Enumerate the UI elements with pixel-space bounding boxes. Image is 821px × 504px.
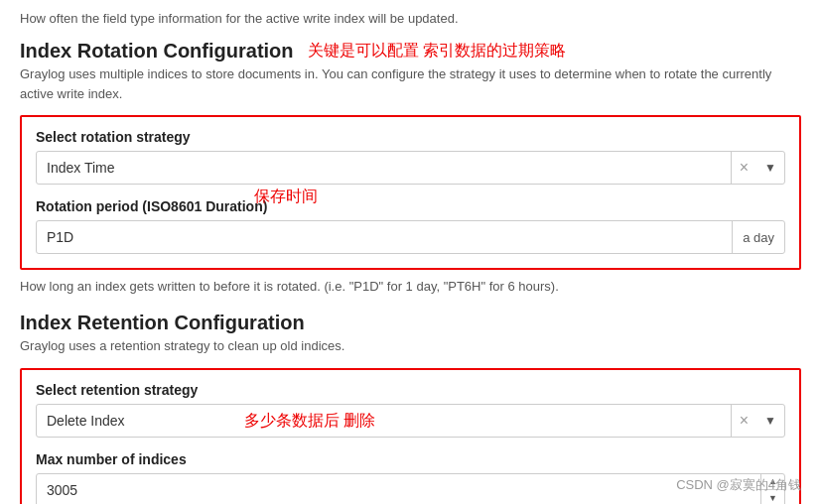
retention-select-clear[interactable]: × [732,404,756,438]
rotation-select-chevron[interactable]: ▼ [756,151,784,185]
rotation-section-desc: Graylog uses multiple indices to store d… [20,64,801,103]
retention-section-title: Index Retention Configuration [20,312,801,334]
rotation-select-clear[interactable]: × [732,151,756,185]
rotation-period-input[interactable] [37,220,732,254]
rotation-section-title: Index Rotation Configuration 关键是可以配置 索引数… [20,40,801,63]
retention-title-text: Index Retention Configuration [20,312,305,334]
rotation-period-suffix: a day [732,221,784,253]
period-annotation: 保存时间 [254,187,318,207]
retention-section-desc: Graylog uses a retention strategy to cle… [20,336,801,356]
rotation-strategy-select[interactable]: Index Time × ▼ [36,151,785,185]
retention-select-label: Select retention strategy [36,382,785,398]
rotation-period-label: Rotation period (ISO8601 Duration) [36,198,785,214]
rotation-annotation: 关键是可以配置 索引数据的过期策略 [308,41,566,62]
rotation-config-box: Select rotation strategy Index Time × ▼ … [20,115,801,270]
retention-select-controls[interactable]: × ▼ [731,405,784,437]
retention-select-chevron[interactable]: ▼ [756,404,784,438]
rotation-strategy-value: Index Time [37,151,731,185]
rotation-period-input-wrapper: a day [36,220,785,254]
rotation-select-controls[interactable]: × ▼ [731,152,784,184]
retention-strategy-select[interactable]: Delete Index × ▼ [36,404,785,438]
rotation-below-note: How long an index gets written to before… [20,278,801,296]
retention-strategy-value: Delete Index [37,404,731,438]
max-indices-label: Max number of indices [36,451,785,467]
rotation-period-row: a day 保存时间 [36,220,785,254]
max-indices-input[interactable] [37,482,760,498]
retention-select-annotation: 多少条数据后 删除 [244,411,375,432]
rotation-title-text: Index Rotation Configuration [20,40,294,63]
rotation-select-label: Select rotation strategy [36,129,785,145]
max-indices-input-wrapper: ▲ ▼ [36,473,785,504]
top-note: How often the field type information for… [20,10,801,28]
watermark: CSDN @寂寞的4角钱 [676,476,801,494]
retention-select-row: Delete Index × ▼ 多少条数据后 删除 [36,404,785,438]
